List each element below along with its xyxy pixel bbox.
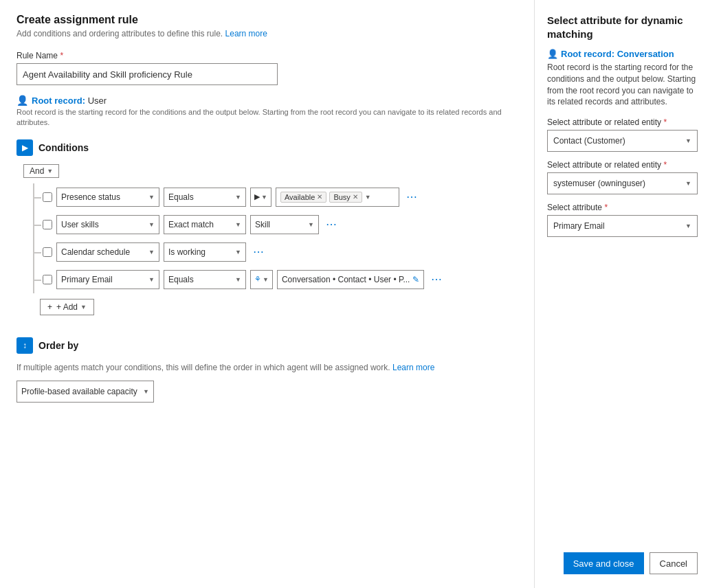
side-root-record: 👤 Root record: Conversation [547, 49, 698, 59]
side-panel: Select attribute for dynamic matching 👤 … [535, 0, 710, 588]
order-header: ↕ Order by [16, 337, 518, 354]
side-person-icon: 👤 [547, 49, 558, 59]
tag-container-1: Available ✕ Busy ✕ ▼ [276, 188, 399, 207]
order-title: Order by [38, 340, 78, 351]
and-group: And ▼ Presence status ▼ Equals ▼ ▶ ▼ [23, 164, 518, 315]
condition-checkbox-1[interactable] [43, 192, 52, 202]
dynamic-value-4: Conversation • Contact • User • P... ✎ [277, 270, 424, 289]
root-record-display: 👤 Root record: User [16, 95, 518, 106]
person-icon: 👤 [16, 95, 28, 106]
field-select-2[interactable]: User skills ▼ [56, 215, 159, 234]
side-select-3-chevron-icon: ▼ [685, 223, 691, 229]
rule-name-input[interactable] [16, 63, 278, 85]
condition-checkbox-3[interactable] [43, 247, 52, 257]
side-label-3: Select attribute * [547, 203, 698, 212]
field-select-3[interactable]: Calendar schedule ▼ [56, 242, 159, 262]
tag-busy: Busy ✕ [329, 192, 362, 203]
operator-select-1[interactable]: Equals ▼ [164, 188, 246, 207]
order-section: ↕ Order by If multiple agents match your… [16, 337, 518, 403]
tag-available-remove[interactable]: ✕ [317, 193, 322, 201]
field-select-4[interactable]: Primary Email ▼ [56, 270, 159, 289]
operator-chevron-icon-2: ▼ [235, 221, 241, 228]
side-select-1[interactable]: Contact (Customer) ▼ [547, 130, 698, 152]
tag-busy-remove[interactable]: ✕ [353, 193, 358, 201]
order-icon: ↕ [16, 337, 33, 354]
row-more-btn-3[interactable]: ⋯ [250, 245, 267, 258]
side-select-2-chevron-icon: ▼ [685, 180, 691, 187]
side-label-2: Select attribute or related entity * [547, 160, 698, 170]
operator-chevron-icon-4: ▼ [235, 276, 241, 283]
page-title: Create assignment rule [16, 14, 518, 26]
tags-chevron-icon: ▼ [365, 194, 371, 201]
field-select-1[interactable]: Presence status ▼ [56, 188, 159, 207]
condition-checkbox-2[interactable] [43, 220, 52, 229]
type-chevron-icon-4: ▼ [263, 276, 269, 283]
page-subtitle: Add conditions and ordering attributes t… [16, 29, 518, 38]
order-select[interactable]: Profile-based available capacity ▼ [16, 381, 154, 403]
field-chevron-icon-1: ▼ [148, 194, 155, 201]
main-panel: Create assignment rule Add conditions an… [0, 0, 535, 588]
and-badge[interactable]: And ▼ [23, 164, 59, 178]
condition-row: User skills ▼ Exact match ▼ Skill ▼ ⋯ [34, 211, 518, 238]
rule-name-label: Rule Name * [16, 51, 518, 60]
operator-chevron-icon-1: ▼ [235, 194, 241, 201]
conditions-header: ▶ Conditions [16, 139, 518, 156]
add-icon: + [47, 302, 52, 312]
value-select-2[interactable]: Skill ▼ [250, 215, 319, 234]
learn-more-link[interactable]: Learn more [225, 29, 267, 38]
save-close-button[interactable]: Save and close [564, 552, 644, 574]
order-chevron-icon: ▼ [143, 388, 149, 395]
field-chevron-icon-2: ▼ [148, 221, 155, 228]
type-chevron-icon-1: ▼ [261, 194, 267, 201]
field-chevron-icon-3: ▼ [148, 249, 155, 256]
root-description: Root record is the starting record for t… [16, 107, 518, 128]
side-select-1-chevron-icon: ▼ [685, 137, 691, 144]
condition-checkbox-4[interactable] [43, 275, 52, 284]
value-chevron-icon-2: ▼ [308, 221, 314, 228]
side-select-3[interactable]: Primary Email ▼ [547, 215, 698, 237]
condition-row: Primary Email ▼ Equals ▼ ⚘ ▼ Conversatio… [34, 266, 518, 293]
condition-row: Calendar schedule ▼ Is working ▼ ⋯ [34, 238, 518, 266]
operator-chevron-icon-3: ▼ [235, 249, 241, 256]
side-panel-title: Select attribute for dynamic matching [547, 14, 698, 41]
field-chevron-icon-4: ▼ [148, 276, 155, 283]
cancel-button[interactable]: Cancel [650, 552, 698, 574]
edit-dynamic-icon[interactable]: ✎ [412, 275, 419, 284]
type-select-4[interactable]: ⚘ ▼ [250, 270, 273, 289]
footer-buttons: Save and close Cancel [564, 552, 698, 574]
type-select-1[interactable]: ▶ ▼ [250, 188, 271, 207]
order-description: If multiple agents match your conditions… [16, 362, 518, 374]
row-more-btn-2[interactable]: ⋯ [323, 218, 340, 231]
order-learn-more-link[interactable]: Learn more [392, 363, 434, 372]
conditions-container: Presence status ▼ Equals ▼ ▶ ▼ Available… [33, 183, 518, 293]
row-more-btn-4[interactable]: ⋯ [428, 273, 445, 286]
and-chevron-icon: ▼ [47, 168, 53, 174]
condition-row: Presence status ▼ Equals ▼ ▶ ▼ Available… [34, 183, 518, 211]
operator-select-3[interactable]: Is working ▼ [164, 242, 246, 262]
tag-available: Available ✕ [280, 192, 326, 203]
add-condition-button[interactable]: + + Add ▼ [40, 299, 94, 315]
operator-select-2[interactable]: Exact match ▼ [164, 215, 246, 234]
conditions-title: Conditions [38, 142, 89, 153]
side-root-desc: Root record is the starting record for t… [547, 62, 698, 108]
row-more-btn-1[interactable]: ⋯ [403, 190, 421, 203]
operator-select-4[interactable]: Equals ▼ [164, 270, 246, 289]
side-label-1: Select attribute or related entity * [547, 117, 698, 127]
side-select-2[interactable]: systemuser (owninguser) ▼ [547, 172, 698, 194]
conditions-icon: ▶ [16, 139, 33, 156]
add-chevron-icon: ▼ [80, 304, 87, 310]
